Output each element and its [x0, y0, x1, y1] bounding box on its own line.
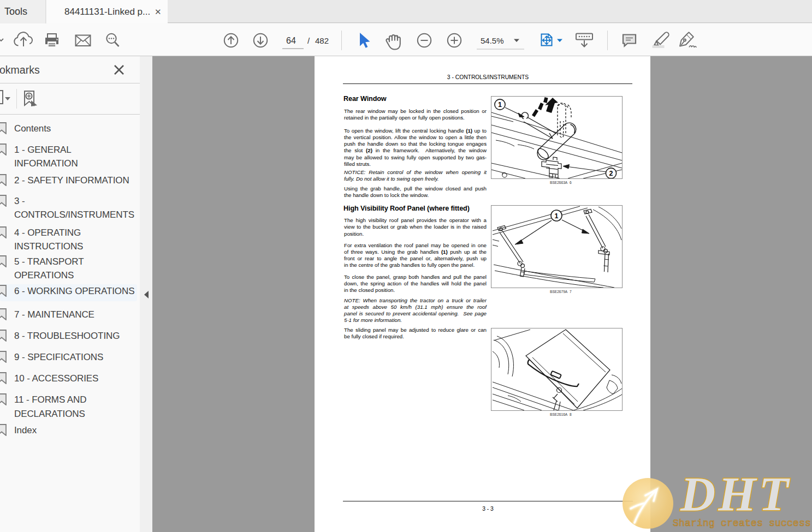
svg-text:DHT: DHT: [680, 467, 791, 519]
svg-text:64: 64: [286, 36, 296, 45]
svg-text:1: 1: [498, 101, 502, 109]
svg-text:482: 482: [315, 36, 329, 45]
svg-text:1: 1: [555, 212, 559, 220]
svg-text:2: 2: [609, 170, 613, 177]
svg-text:54.5%: 54.5%: [481, 36, 504, 45]
svg-text:/: /: [307, 36, 310, 45]
